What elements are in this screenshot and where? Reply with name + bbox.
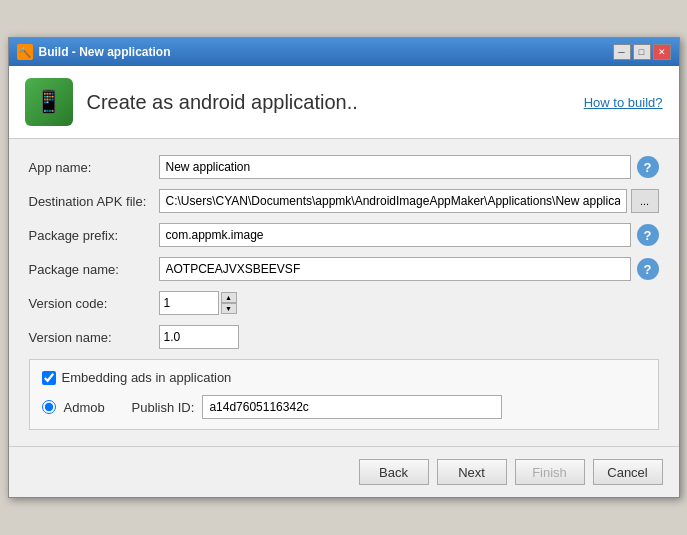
title-bar-controls: ─ □ ✕ <box>613 44 671 60</box>
form-content: App name: ? Destination APK file: ... Pa… <box>9 139 679 446</box>
embed-ads-checkbox[interactable] <box>42 371 56 385</box>
window-icon: 🔨 <box>17 44 33 60</box>
dialog-footer: Back Next Finish Cancel <box>9 446 679 497</box>
version-code-spinner: ▲ ▼ <box>221 292 237 314</box>
version-name-input[interactable] <box>159 325 239 349</box>
app-name-help-button[interactable]: ? <box>637 156 659 178</box>
version-code-row: Version code: ▲ ▼ <box>29 291 659 315</box>
back-button[interactable]: Back <box>359 459 429 485</box>
minimize-button[interactable]: ─ <box>613 44 631 60</box>
close-button[interactable]: ✕ <box>653 44 671 60</box>
app-name-label: App name: <box>29 160 159 175</box>
admob-label: Admob <box>64 400 124 415</box>
package-prefix-row: Package prefix: ? <box>29 223 659 247</box>
dialog-header: 📱 Create as android application.. How to… <box>9 66 679 139</box>
dialog-title: Create as android application.. <box>87 91 358 114</box>
destination-apk-label: Destination APK file: <box>29 194 159 209</box>
version-code-label: Version code: <box>29 296 159 311</box>
publish-id-label: Publish ID: <box>132 400 195 415</box>
package-prefix-label: Package prefix: <box>29 228 159 243</box>
ads-section: Embedding ads in application Admob Publi… <box>29 359 659 430</box>
version-name-row: Version name: <box>29 325 659 349</box>
version-code-down-button[interactable]: ▼ <box>221 303 237 314</box>
version-code-input[interactable] <box>159 291 219 315</box>
version-name-label: Version name: <box>29 330 159 345</box>
main-window: 🔨 Build - New application ─ □ ✕ 📱 Create… <box>8 37 680 498</box>
cancel-button[interactable]: Cancel <box>593 459 663 485</box>
android-icon: 📱 <box>25 78 73 126</box>
embed-ads-label: Embedding ads in application <box>62 370 232 385</box>
admob-row: Admob Publish ID: <box>42 395 646 419</box>
app-name-row: App name: ? <box>29 155 659 179</box>
version-code-up-button[interactable]: ▲ <box>221 292 237 303</box>
window-title: Build - New application <box>39 45 171 59</box>
title-bar: 🔨 Build - New application ─ □ ✕ <box>9 38 679 66</box>
package-name-help-button[interactable]: ? <box>637 258 659 280</box>
package-prefix-help-button[interactable]: ? <box>637 224 659 246</box>
maximize-button[interactable]: □ <box>633 44 651 60</box>
destination-apk-row: Destination APK file: ... <box>29 189 659 213</box>
package-name-row: Package name: ? <box>29 257 659 281</box>
publish-id-input[interactable] <box>202 395 502 419</box>
admob-radio[interactable] <box>42 400 56 414</box>
destination-apk-input[interactable] <box>159 189 627 213</box>
finish-button[interactable]: Finish <box>515 459 585 485</box>
next-button[interactable]: Next <box>437 459 507 485</box>
package-prefix-input[interactable] <box>159 223 631 247</box>
browse-button[interactable]: ... <box>631 189 659 213</box>
package-name-label: Package name: <box>29 262 159 277</box>
package-name-input[interactable] <box>159 257 631 281</box>
how-to-build-link[interactable]: How to build? <box>584 95 663 110</box>
title-bar-left: 🔨 Build - New application <box>17 44 171 60</box>
embed-ads-row: Embedding ads in application <box>42 370 646 385</box>
app-name-input[interactable] <box>159 155 631 179</box>
